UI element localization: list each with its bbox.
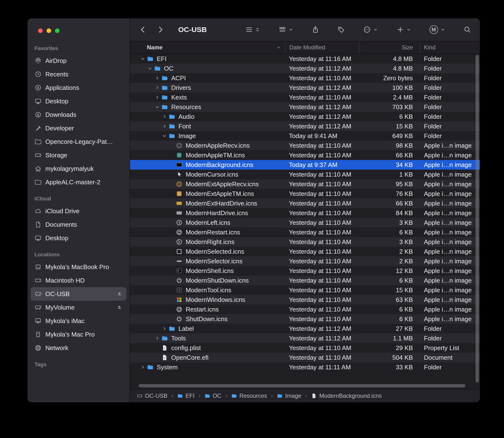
more-actions-button[interactable] xyxy=(363,26,378,33)
path-segment-image[interactable]: Image xyxy=(277,393,301,399)
file-row-modernappletm-icns[interactable]: ModernAppleTM.icnsYesterday at 11:10 AM6… xyxy=(130,150,480,160)
sidebar-item-mykola-s-macbook-pro[interactable]: Mykola’s MacBook Pro xyxy=(31,260,126,274)
search-button[interactable] xyxy=(463,26,471,33)
file-row-acpi[interactable]: ACPIYesterday at 11:10 AMZero bytesFolde… xyxy=(130,73,480,83)
file-row-system[interactable]: SystemYesterday at 11:11 AM33 KBFolder xyxy=(130,362,480,372)
file-row-modernselector-icns[interactable]: ModernSelector.icnsYesterday at 11:10 AM… xyxy=(130,256,480,266)
sidebar-item-myvolume[interactable]: MyVolume xyxy=(31,301,126,314)
file-row-modernextappletm-icns[interactable]: ModernExtAppleTM.icnsYesterday at 11:10 … xyxy=(130,189,480,198)
disclosure-triangle[interactable] xyxy=(160,326,169,332)
file-row-shutdown-icns[interactable]: ShutDown.icnsYesterday at 11:10 AM6 KBAp… xyxy=(130,314,480,324)
forward-button[interactable] xyxy=(156,25,165,34)
file-row-modernrestart-icns[interactable]: ModernRestart.icnsYesterday at 11:10 AM6… xyxy=(130,227,480,237)
group-by-button[interactable] xyxy=(278,26,294,33)
share-button[interactable] xyxy=(311,26,319,33)
file-row-modernshell-icns[interactable]: ModernShell.icnsYesterday at 11:10 AM12 … xyxy=(130,266,480,276)
disclosure-triangle[interactable] xyxy=(160,133,169,139)
column-header-kind[interactable]: Kind xyxy=(420,42,480,54)
file-row-modernextharddrive-icns[interactable]: ModernExtHardDrive.icnsYesterday at 11:1… xyxy=(130,198,480,208)
view-mode-button[interactable] xyxy=(245,26,260,33)
column-header-size[interactable]: Size xyxy=(359,42,420,54)
account-button[interactable]: M xyxy=(429,25,445,34)
vertical-scrollbar[interactable] xyxy=(476,55,479,383)
disclosure-triangle[interactable] xyxy=(160,123,169,129)
eject-icon[interactable] xyxy=(116,291,123,297)
sidebar-item-mykolagrymalyuk[interactable]: mykolagrymalyuk xyxy=(31,162,126,175)
file-row-modernleft-icns[interactable]: ModernLeft.icnsYesterday at 11:10 AM3 KB… xyxy=(130,218,480,227)
file-row-config-plist[interactable]: config.plistYesterday at 11:10 AM29 KBPr… xyxy=(130,343,480,353)
file-row-opencore-efi[interactable]: OpenCore.efiYesterday at 11:10 AM504 KBD… xyxy=(130,353,480,362)
disclosure-triangle[interactable] xyxy=(153,104,161,110)
sidebar-item-oc-usb[interactable]: OC-USB xyxy=(31,287,126,301)
sidebar-item-developer[interactable]: Developer xyxy=(31,121,126,135)
file-row-modernshutdown-icns[interactable]: ModernShutDown.icnsYesterday at 11:10 AM… xyxy=(130,276,480,285)
disclosure-triangle[interactable] xyxy=(160,113,169,120)
file-row-oc[interactable]: OCYesterday at 11:12 AM4.8 MBFolder xyxy=(130,64,480,73)
close-window-button[interactable] xyxy=(38,28,43,33)
file-row-moderntool-icns[interactable]: ModernTool.icnsYesterday at 11:10 AM15 K… xyxy=(130,285,480,295)
file-row-modernselected-icns[interactable]: ModernSelected.icnsYesterday at 11:10 AM… xyxy=(130,247,480,256)
sidebar-item-downloads[interactable]: Downloads xyxy=(31,108,126,121)
path-segment-modernbackground-icns[interactable]: ModernBackground.icns xyxy=(311,393,382,399)
eject-icon[interactable] xyxy=(116,304,123,311)
sidebar-item-mykola-s-imac[interactable]: Mykola’s iMac xyxy=(31,314,126,328)
sidebar-item-desktop[interactable]: Desktop xyxy=(31,94,126,108)
path-segment-oc-usb[interactable]: OC-USB xyxy=(137,393,167,399)
file-row-modernextapplerecv-icns[interactable]: ModernExtAppleRecv.icnsYesterday at 11:1… xyxy=(130,179,480,189)
disclosure-triangle[interactable] xyxy=(139,56,147,62)
file-name: ModernCursor.icns xyxy=(186,171,238,178)
file-row-image[interactable]: ImageToday at 9:41 AM649 KBFolder xyxy=(130,131,480,141)
file-row-resources[interactable]: ResourcesYesterday at 11:12 AM703 KBFold… xyxy=(130,102,480,112)
disclosure-triangle[interactable] xyxy=(153,85,161,91)
add-button[interactable] xyxy=(396,26,412,33)
file-row-modernapplerecv-icns[interactable]: ModernAppleRecv.icnsYesterday at 11:10 A… xyxy=(130,141,480,150)
size-cell: 4.8 MB xyxy=(359,55,420,63)
file-row-modernbackground-icns[interactable]: ModernBackground.icnsToday at 9:37 AM34 … xyxy=(130,160,480,170)
file-row-modernwindows-icns[interactable]: ModernWindows.icnsYesterday at 11:10 AM6… xyxy=(130,295,480,305)
horizontal-scrollbar[interactable] xyxy=(139,384,465,387)
path-segment-resources[interactable]: Resources xyxy=(231,393,267,399)
file-row-moderncursor-icns[interactable]: ModernCursor.icnsYesterday at 11:10 AM1 … xyxy=(130,170,480,179)
sidebar-item-applealc-master-2[interactable]: AppleALC-master-2 xyxy=(31,175,126,189)
sidebar-item-storage[interactable]: Storage xyxy=(31,148,126,162)
size-cell: 504 KB xyxy=(359,354,420,361)
file-row-label[interactable]: LabelYesterday at 11:12 AM27 KBFolder xyxy=(130,324,480,333)
file-name: System xyxy=(157,363,178,371)
tags-button[interactable] xyxy=(337,26,345,33)
column-header-name[interactable]: Name xyxy=(130,42,285,54)
file-row-audio[interactable]: AudioYesterday at 11:12 AM6 KBFolder xyxy=(130,112,480,121)
disclosure-triangle[interactable] xyxy=(146,65,154,72)
sidebar-item-mykola-s-mac-pro[interactable]: Mykola’s Mac Pro xyxy=(31,328,126,341)
column-header-date-modified[interactable]: Date Modified xyxy=(285,42,359,54)
sidebar-item-opencore-legacy-pat[interactable]: Opencore-Legacy-Pat… xyxy=(31,135,126,148)
kind-cell: Folder xyxy=(420,84,480,92)
sidebar-item-network[interactable]: Network xyxy=(31,341,126,355)
back-button[interactable] xyxy=(139,25,147,34)
kind-cell: Property List xyxy=(420,344,480,352)
file-row-restart-icns[interactable]: Restart.icnsYesterday at 11:10 AM6 KBApp… xyxy=(130,305,480,314)
sidebar-item-documents[interactable]: Documents xyxy=(31,218,126,231)
sidebar-item-recents[interactable]: Recents xyxy=(31,67,126,81)
file-row-kexts[interactable]: KextsYesterday at 11:10 AM2.4 MBFolder xyxy=(130,93,480,102)
sidebar-item-macintosh-hd[interactable]: Macintosh HD xyxy=(31,274,126,287)
path-segment-label: OC xyxy=(213,393,221,399)
file-row-modernright-icns[interactable]: ModernRight.icnsYesterday at 11:10 AM3 K… xyxy=(130,237,480,247)
file-row-modernharddrive-icns[interactable]: ModernHardDrive.icnsYesterday at 11:10 A… xyxy=(130,208,480,218)
minimize-window-button[interactable] xyxy=(46,28,51,33)
disclosure-triangle[interactable] xyxy=(153,94,161,100)
path-segment-efi[interactable]: EFI xyxy=(177,393,194,399)
file-row-drivers[interactable]: DriversYesterday at 11:12 AM100 KBFolder xyxy=(130,83,480,93)
file-row-efi[interactable]: EFIYesterday at 11:16 AM4.8 MBFolder xyxy=(130,54,480,64)
disclosure-triangle[interactable] xyxy=(153,75,161,81)
file-row-font[interactable]: FontYesterday at 11:12 AM15 KBFolder xyxy=(130,121,480,131)
sidebar-item-desktop[interactable]: Desktop xyxy=(31,231,126,245)
path-segment-oc[interactable]: OC xyxy=(205,393,221,399)
file-row-tools[interactable]: ToolsYesterday at 11:12 AM1.1 MBFolder xyxy=(130,333,480,343)
zoom-window-button[interactable] xyxy=(55,28,59,33)
sidebar-item-airdrop[interactable]: AirDrop xyxy=(31,54,126,67)
disclosure-triangle[interactable] xyxy=(153,335,161,341)
sidebar-item-applications[interactable]: Applications xyxy=(31,81,126,94)
disclosure-spacer xyxy=(168,277,176,284)
disclosure-triangle[interactable] xyxy=(139,364,147,370)
sidebar-item-icloud-drive[interactable]: iCloud Drive xyxy=(31,204,126,218)
